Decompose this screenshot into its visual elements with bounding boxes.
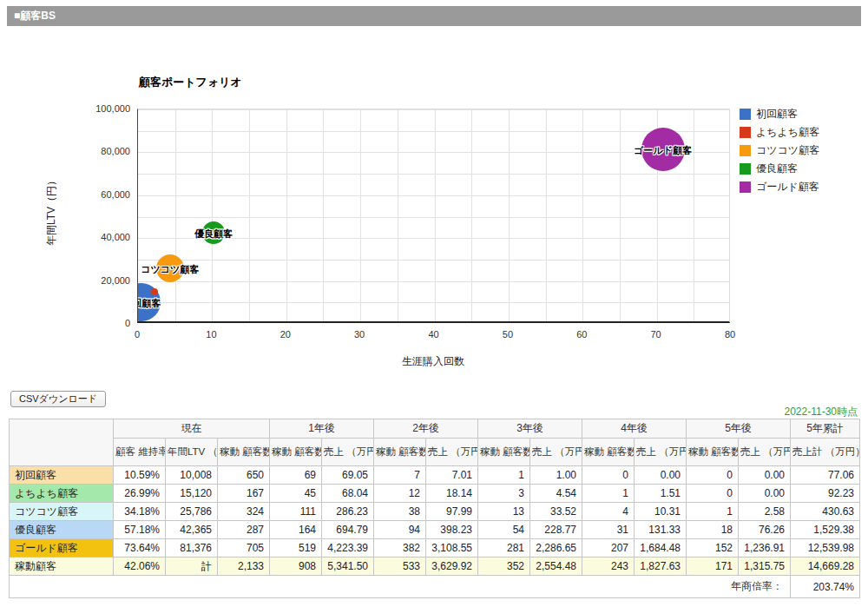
x-axis-title: 生涯購入回数 <box>355 354 511 369</box>
x-tick-label: 0 <box>120 329 155 340</box>
plot-area: 初回顧客コツコツ顧客優良顧客ゴールド顧客 <box>137 109 730 323</box>
table-cell: 92.23 <box>791 485 860 503</box>
table-cell: 12 <box>374 485 426 503</box>
column-group-header: 2年後 <box>374 419 478 439</box>
table-cell: 13 <box>478 503 530 521</box>
y-axis-title: 年間LTV（円） <box>44 172 59 250</box>
table-cell: 164 <box>270 521 322 539</box>
table-cell: 694.79 <box>322 521 374 539</box>
column-sub-header: 稼動 顧客数 <box>687 439 739 466</box>
table-cell: 3,629.92 <box>426 558 478 576</box>
table-cell: 324 <box>218 503 270 521</box>
table-cell: 0.00 <box>739 466 791 485</box>
y-tick-label: 100,000 <box>85 103 130 114</box>
table-cell: 38 <box>374 503 426 521</box>
legend-swatch-icon <box>740 163 751 175</box>
x-tick-label: 50 <box>490 329 525 340</box>
table-row: ゴールド顧客73.64%81,3767055194,223.393823,108… <box>10 539 860 558</box>
row-label: コツコツ顧客 <box>10 503 114 521</box>
column-sub-header: 稼動 顧客数 <box>478 439 530 466</box>
table-cell: 7 <box>374 466 426 485</box>
legend-item-label: よちよち顧客 <box>756 125 819 140</box>
table-row: よちよち顧客26.99%15,1201674568.041218.1434.54… <box>10 485 860 503</box>
row-label: 初回顧客 <box>10 466 114 485</box>
annual-sales-ratio-value: 203.74% <box>791 576 860 598</box>
table-cell: 1,827.63 <box>635 558 687 576</box>
gridline-vertical <box>435 109 436 321</box>
table-cell: 1,236.91 <box>739 539 791 558</box>
column-sub-header: 売上 （万円） <box>635 439 687 466</box>
table-cell: 42,365 <box>166 521 218 539</box>
table-cell: 69.05 <box>322 466 374 485</box>
row-label: 稼動顧客 <box>10 558 114 576</box>
chart-legend: 初回顧客よちよち顧客コツコツ顧客優良顧客ゴールド顧客 <box>740 105 819 196</box>
column-sub-header: 売上 （万円） <box>530 439 582 466</box>
table-cell: 430.63 <box>791 503 860 521</box>
row-label: ゴールド顧客 <box>10 539 114 558</box>
table-cell: 171 <box>687 558 739 576</box>
gridline-horizontal <box>138 302 729 303</box>
table-cell: 287 <box>218 521 270 539</box>
column-sub-header: 稼動 顧客数 <box>218 439 270 466</box>
gridline-horizontal <box>138 281 729 282</box>
gridline-vertical <box>249 109 250 321</box>
x-tick-label: 30 <box>342 329 377 340</box>
legend-item-優良顧客: 優良顧客 <box>740 160 819 178</box>
table-row: 初回顧客10.59%10,0086506969.0577.0111.0000.0… <box>10 466 860 485</box>
column-group-header: 5年累計 <box>791 419 860 439</box>
gridline-vertical <box>212 109 213 321</box>
table-cell: 94 <box>374 521 426 539</box>
section-title: ■顧客BS <box>14 10 56 22</box>
table-cell: 2,554.48 <box>530 558 582 576</box>
csv-download-button[interactable]: CSVダウンロード <box>10 391 106 407</box>
table-cell: 352 <box>478 558 530 576</box>
legend-item-よちよち顧客: よちよち顧客 <box>740 123 819 142</box>
table-cell: 33.52 <box>530 503 582 521</box>
column-sub-header: 売上 （万円） <box>739 439 791 466</box>
customer-forecast-table: 現在1年後2年後3年後4年後5年後5年累計顧客 維持率年間LTV （円）稼動 顧… <box>9 419 860 598</box>
table-footer: 年商倍率：203.74% <box>10 576 860 598</box>
table-cell: 1,315.75 <box>739 558 791 576</box>
table-cell: 3 <box>478 485 530 503</box>
table-cell: 1,684.48 <box>635 539 687 558</box>
column-sub-header: 稼動 顧客数 <box>582 439 635 466</box>
legend-item-label: 初回顧客 <box>756 107 798 122</box>
legend-item-コツコツ顧客: コツコツ顧客 <box>740 142 819 160</box>
gridline-vertical <box>360 109 361 321</box>
gridline-horizontal <box>138 174 729 175</box>
table-cell: 2,286.65 <box>530 539 582 558</box>
table-cell: 42.06% <box>114 558 166 576</box>
table-cell: 382 <box>374 539 426 558</box>
table-cell: 908 <box>270 558 322 576</box>
table-cell: 34.18% <box>114 503 166 521</box>
gridline-vertical <box>323 109 324 321</box>
table-cell: 68.04 <box>322 485 374 503</box>
column-group-header: 現在 <box>114 419 270 439</box>
table-cell: 2.58 <box>739 503 791 521</box>
table-cell: 18.14 <box>426 485 478 503</box>
table-cell: 0 <box>582 466 635 485</box>
table-cell: 76.26 <box>739 521 791 539</box>
table-cell: 18 <box>687 521 739 539</box>
table-cell: 97.99 <box>426 503 478 521</box>
table-cell: 4,223.39 <box>322 539 374 558</box>
y-tick-label: 60,000 <box>85 189 130 200</box>
table-row: 優良顧客57.18%42,365287164694.7994398.235422… <box>10 521 860 539</box>
table-cell: 26.99% <box>114 485 166 503</box>
table-cell: 2,133 <box>218 558 270 576</box>
table-cell: 15,120 <box>166 485 218 503</box>
table-cell: 1.51 <box>635 485 687 503</box>
x-tick-label: 40 <box>417 329 451 340</box>
row-label: よちよち顧客 <box>10 485 114 503</box>
legend-swatch-icon <box>740 145 751 156</box>
table-cell: 10.31 <box>635 503 687 521</box>
table-cell: 69 <box>270 466 322 485</box>
section-header-bar: ■顧客BS <box>7 6 861 26</box>
table-cell: 0.00 <box>635 466 687 485</box>
gridline-vertical <box>509 109 510 321</box>
table-cell: 4 <box>582 503 635 521</box>
table-cell: 228.77 <box>530 521 582 539</box>
table-row: 稼動顧客42.06%計2,1339085,341.505333,629.9235… <box>10 558 860 576</box>
table-cell: 111 <box>270 503 322 521</box>
column-group-header: 4年後 <box>582 419 687 439</box>
